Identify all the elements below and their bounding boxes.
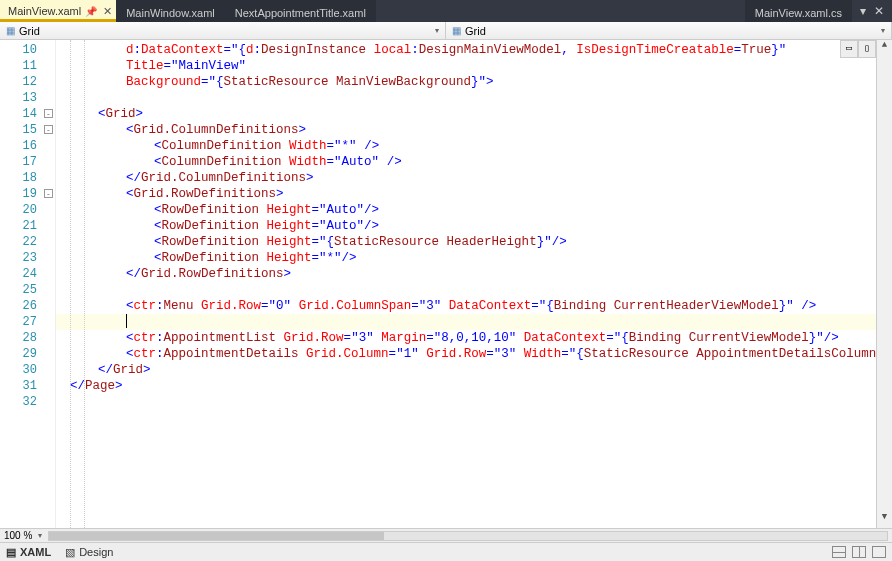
split-toggle-button[interactable]: ▭: [840, 40, 858, 58]
line-number: 13: [0, 90, 55, 106]
code-editor[interactable]: 1011121314-15-16171819-20212223242526272…: [0, 40, 892, 529]
line-number: 21: [0, 218, 55, 234]
navbar-scope-label: Grid: [465, 25, 486, 37]
line-number: 23: [0, 250, 55, 266]
line-number: 26: [0, 298, 55, 314]
code-line[interactable]: <ctr:AppointmentList Grid.Row="3" Margin…: [56, 330, 876, 346]
outline-toggle-icon[interactable]: -: [44, 109, 53, 118]
tab-label: MainWindow.xaml: [126, 7, 215, 19]
line-number: 32: [0, 394, 55, 410]
editor-status-strip: 100 % ▾: [0, 529, 892, 543]
code-line[interactable]: <ColumnDefinition Width="*" />: [56, 138, 876, 154]
line-number: 22: [0, 234, 55, 250]
outline-toggle-icon[interactable]: -: [44, 125, 53, 134]
code-line[interactable]: <RowDefinition Height="Auto"/>: [56, 218, 876, 234]
tab-nextappointmenttitle[interactable]: NextAppointmentTitle.xaml: [225, 0, 376, 22]
line-number: 16: [0, 138, 55, 154]
line-number-gutter: 1011121314-15-16171819-20212223242526272…: [0, 40, 56, 528]
line-number: 11: [0, 58, 55, 74]
line-number: 27: [0, 314, 55, 330]
split-orientation-group: [832, 546, 886, 558]
designer-pane-bar: ▤ XAML ▧ Design: [0, 543, 892, 561]
scroll-down-icon[interactable]: ▼: [877, 512, 892, 528]
editor-split-buttons: ▭ ▯: [840, 40, 876, 58]
tab-label: MainView.xaml: [8, 5, 81, 17]
line-number: 12: [0, 74, 55, 90]
code-line[interactable]: <Grid.RowDefinitions>: [56, 186, 876, 202]
tab-mainwindow[interactable]: MainWindow.xaml: [116, 0, 225, 22]
code-area[interactable]: ▭ ▯ d:DataContext="{d:DesignInstance loc…: [56, 40, 876, 528]
pin-icon[interactable]: 📌: [85, 6, 97, 17]
code-line[interactable]: Background="{StaticResource MainViewBack…: [56, 74, 876, 90]
pane-label: XAML: [20, 546, 51, 558]
tab-bar-actions: ▾ ✕: [852, 0, 892, 22]
code-line[interactable]: d:DataContext="{d:DesignInstance local:D…: [56, 42, 876, 58]
line-number: 15-: [0, 122, 55, 138]
horizontal-scrollbar[interactable]: [48, 531, 888, 541]
line-number: 10: [0, 42, 55, 58]
chevron-down-icon: ▾: [435, 26, 439, 35]
pane-label: Design: [79, 546, 113, 558]
document-tab-bar: MainView.xaml 📌 ✕ MainWindow.xaml NextAp…: [0, 0, 892, 22]
tab-label: MainView.xaml.cs: [755, 7, 842, 19]
close-icon[interactable]: ✕: [103, 5, 112, 18]
code-line[interactable]: [56, 282, 876, 298]
code-line[interactable]: </Page>: [56, 378, 876, 394]
xaml-icon: ▤: [6, 546, 16, 559]
line-number: 24: [0, 266, 55, 282]
split-toggle-button[interactable]: ▯: [858, 40, 876, 58]
code-line[interactable]: [56, 314, 876, 330]
vertical-scrollbar[interactable]: ▲ ▼: [876, 40, 892, 528]
tab-codebehind[interactable]: MainView.xaml.cs: [745, 0, 852, 22]
close-panel-icon[interactable]: ✕: [874, 4, 884, 18]
line-number: 25: [0, 282, 55, 298]
line-number: 31: [0, 378, 55, 394]
chevron-down-icon[interactable]: ▾: [38, 531, 42, 540]
line-number: 14-: [0, 106, 55, 122]
code-line[interactable]: <ColumnDefinition Width="Auto" />: [56, 154, 876, 170]
code-line[interactable]: <RowDefinition Height="{StaticResource H…: [56, 234, 876, 250]
tab-mainview[interactable]: MainView.xaml 📌 ✕: [0, 0, 116, 22]
grid-icon: ▦: [6, 25, 15, 36]
code-line[interactable]: [56, 394, 876, 410]
zoom-level[interactable]: 100 %: [4, 530, 32, 541]
chevron-down-icon: ▾: [881, 26, 885, 35]
outline-toggle-icon[interactable]: -: [44, 189, 53, 198]
line-number: 18: [0, 170, 55, 186]
design-icon: ▧: [65, 546, 75, 559]
line-number: 30: [0, 362, 55, 378]
code-line[interactable]: <Grid.ColumnDefinitions>: [56, 122, 876, 138]
code-line[interactable]: </Grid.ColumnDefinitions>: [56, 170, 876, 186]
scroll-track[interactable]: [877, 56, 892, 512]
pane-design[interactable]: ▧ Design: [65, 546, 113, 559]
navbar-scope-label: Grid: [19, 25, 40, 37]
pane-xaml[interactable]: ▤ XAML: [6, 546, 51, 559]
navbar-scope-right[interactable]: ▦ Grid ▾: [446, 22, 892, 39]
tab-label: NextAppointmentTitle.xaml: [235, 7, 366, 19]
scroll-thumb[interactable]: [49, 532, 384, 540]
code-line[interactable]: </Grid.RowDefinitions>: [56, 266, 876, 282]
scroll-up-icon[interactable]: ▲: [877, 40, 892, 56]
grid-icon: ▦: [452, 25, 461, 36]
tab-spacer: [376, 0, 745, 22]
line-number: 20: [0, 202, 55, 218]
code-line[interactable]: <Grid>: [56, 106, 876, 122]
window-actions-icon[interactable]: ▾: [860, 4, 866, 18]
code-line[interactable]: [56, 90, 876, 106]
line-number: 28: [0, 330, 55, 346]
split-horizontal-button[interactable]: [832, 546, 846, 558]
code-line[interactable]: <ctr:Menu Grid.Row="0" Grid.ColumnSpan="…: [56, 298, 876, 314]
line-number: 19-: [0, 186, 55, 202]
code-line[interactable]: <ctr:AppointmentDetails Grid.Column="1" …: [56, 346, 876, 362]
line-number: 29: [0, 346, 55, 362]
navbar-scope-left[interactable]: ▦ Grid ▾: [0, 22, 446, 39]
split-vertical-button[interactable]: [852, 546, 866, 558]
line-number: 17: [0, 154, 55, 170]
swap-panes-button[interactable]: [872, 546, 886, 558]
code-line[interactable]: <RowDefinition Height="Auto"/>: [56, 202, 876, 218]
code-line[interactable]: </Grid>: [56, 362, 876, 378]
navigation-bar: ▦ Grid ▾ ▦ Grid ▾: [0, 22, 892, 40]
code-line[interactable]: Title="MainView": [56, 58, 876, 74]
code-line[interactable]: <RowDefinition Height="*"/>: [56, 250, 876, 266]
